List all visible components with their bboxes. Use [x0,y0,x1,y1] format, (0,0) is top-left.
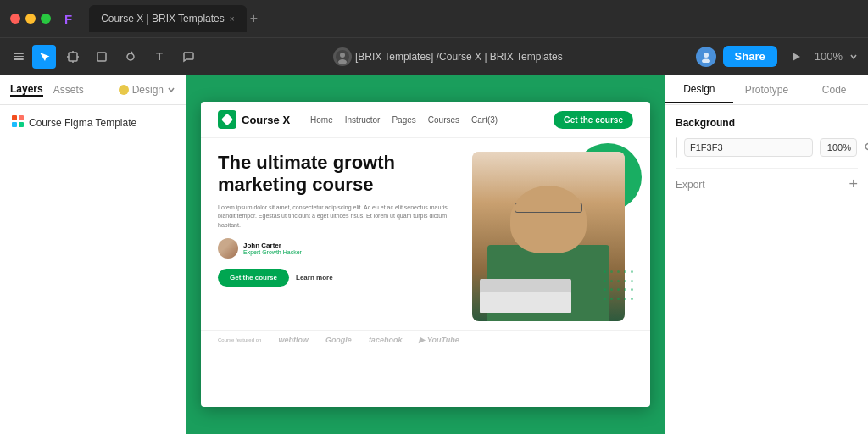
hero-title: The ultimate growth marketing course [218,152,459,197]
traffic-lights [10,14,51,24]
assets-tab[interactable]: Assets [53,84,84,96]
minimize-button[interactable] [25,14,36,24]
hero-buttons: Get the course Learn more [218,269,459,287]
toolbar: T [BRIX Templates] /Course X | BRIX Temp… [0,37,868,75]
frame-tool[interactable] [61,45,85,69]
background-section-title: Background [676,117,858,129]
nav-links: Home Instructor Pages Courses Cart(3) [310,115,554,125]
add-export-icon[interactable]: + [849,175,858,193]
maximize-button[interactable] [41,14,51,24]
author-name: John Carter [243,242,302,249]
canvas-frame: Course X Home Instructor Pages Courses C… [201,102,650,407]
layers-tab[interactable]: Layers [10,83,43,97]
menu-icon[interactable] [10,49,27,64]
hero-right [472,152,633,321]
layer-name: Course Figma Template [29,117,136,129]
background-color-row [676,137,858,158]
logo-mark [218,110,236,129]
svg-rect-14 [12,115,17,120]
panel-content: Course Figma Template [0,105,186,434]
pen-tool[interactable] [119,45,142,69]
title-bar: F Course X | BRIX Templates × + [0,0,868,37]
svg-rect-16 [12,122,17,127]
nav-pages[interactable]: Pages [392,115,415,125]
user-avatar [333,47,352,66]
nav-instructor[interactable]: Instructor [345,115,381,125]
svg-point-12 [702,58,710,63]
close-button[interactable] [10,14,20,24]
chevron-down-icon [167,86,175,94]
prototype-tab[interactable]: Prototype [733,77,801,103]
nav-courses[interactable]: Courses [428,115,459,125]
color-swatch[interactable] [676,137,677,158]
toolbar-center: [BRIX Templates] /Course X | BRIX Templa… [207,47,689,66]
toolbar-right: Share 100% [696,45,858,69]
comment-tool[interactable] [176,45,200,69]
partner-youtube: ▶ YouTube [419,336,459,344]
svg-rect-0 [69,53,77,61]
right-panel: Design Prototype Code Background Export … [665,75,868,434]
hero-image [472,152,625,321]
share-button[interactable]: Share [723,46,777,67]
svg-rect-15 [19,115,24,120]
active-tab[interactable]: Course X | BRIX Templates × [89,5,246,32]
website-nav: Course X Home Instructor Pages Courses C… [201,102,650,138]
main-layout: Layers Assets Design [0,75,868,434]
nav-cart[interactable]: Cart(3) [471,115,498,125]
svg-point-9 [340,53,345,58]
hero-secondary-button[interactable]: Learn more [296,274,333,281]
design-tab[interactable]: Design [665,76,733,103]
collaborator-avatar [696,47,716,67]
svg-point-6 [127,53,134,60]
canvas-area[interactable]: Course X Home Instructor Pages Courses C… [186,75,665,434]
visibility-toggle-icon[interactable] [864,140,868,156]
move-tool[interactable] [32,45,56,69]
opacity-input[interactable] [820,138,857,157]
text-tool[interactable]: T [147,45,171,69]
tab-close-icon[interactable]: × [230,14,235,24]
site-logo-text: Course X [242,114,290,126]
author-info: John Carter Expert Growth Hacker [243,242,302,255]
code-tab[interactable]: Code [800,77,868,103]
left-panel: Layers Assets Design [0,75,186,434]
author-avatar [218,238,238,259]
tab-bar: Course X | BRIX Templates × + [89,5,258,32]
partner-bar: Course featured on webflow Google facebo… [201,330,650,349]
svg-marker-13 [793,53,800,61]
hero-desc: Lorem ipsum dolor sit amet, consectetur … [218,203,459,231]
zoom-chevron-icon [849,53,858,61]
toolbar-left: T [10,45,200,69]
right-panel-tabs: Design Prototype Code [665,75,868,105]
design-mode-icon [119,85,129,95]
author-role: Expert Growth Hacker [243,249,302,255]
partner-label: Course featured on [218,337,261,342]
hero-left: The ultimate growth marketing course Lor… [218,152,459,321]
zoom-level[interactable]: 100% [815,50,843,63]
figma-layer-icon [12,115,24,130]
new-tab-button[interactable]: + [250,11,258,26]
nav-cta-button[interactable]: Get the course [554,111,633,129]
color-hex-input[interactable] [684,138,813,157]
panel-tabs: Layers Assets Design [0,75,186,105]
shape-tool[interactable] [90,45,114,69]
breadcrumb: [BRIX Templates] /Course X | BRIX Templa… [355,51,563,63]
nav-home[interactable]: Home [310,115,333,125]
design-mode-tab[interactable]: Design [119,84,175,96]
partner-facebook: facebook [369,336,403,344]
website-hero: The ultimate growth marketing course Lor… [201,138,650,330]
svg-rect-5 [97,53,106,61]
partner-webflow: webflow [278,336,309,344]
export-label: Export [676,179,705,191]
svg-point-11 [704,53,709,58]
partner-google: Google [326,336,352,344]
svg-rect-17 [19,122,24,127]
play-button[interactable] [784,45,808,69]
dot-pattern-decoration [604,270,637,304]
figma-logo-icon: F [64,12,72,26]
export-row: Export + [676,168,858,200]
hero-author: John Carter Expert Growth Hacker [218,238,459,259]
hero-primary-button[interactable]: Get the course [218,269,289,287]
right-panel-content: Background Export + [665,105,868,434]
layer-item[interactable]: Course Figma Template [7,112,179,133]
tab-label: Course X | BRIX Templates [101,13,225,25]
